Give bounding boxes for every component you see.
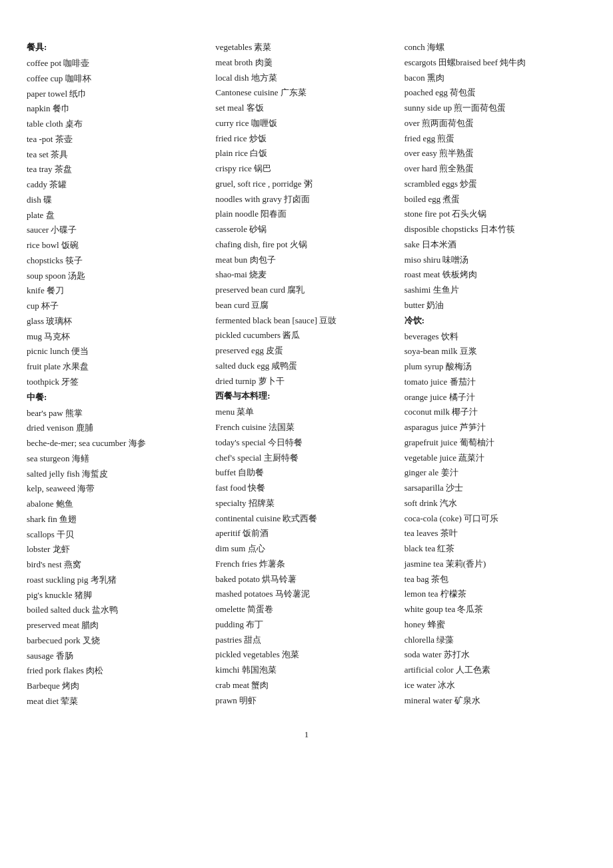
list-item: picnic lunch 便当 — [27, 344, 209, 359]
list-item: cup 杯子 — [27, 299, 209, 314]
list-item: soya-bean milk 豆浆 — [404, 344, 586, 359]
list-item: bean curd 豆腐 — [215, 298, 397, 313]
list-item: saucer 小碟子 — [27, 223, 209, 238]
list-item: local dish 地方菜 — [215, 71, 397, 86]
column-0: 餐具:coffee pot 咖啡壶coffee cup 咖啡杯paper tow… — [27, 40, 215, 709]
list-item: mug 马克杯 — [27, 329, 209, 345]
list-item: over hard 煎全熟蛋 — [404, 161, 586, 177]
list-item: fried rice 炒饭 — [215, 131, 397, 147]
list-item: ginger ale 姜汁 — [404, 465, 586, 481]
list-item: tea leaves 茶叶 — [404, 526, 586, 541]
list-item: pig's knuckle 猪脚 — [27, 588, 209, 603]
list-item: sashimi 生鱼片 — [404, 283, 586, 298]
list-item: salted duck egg 咸鸭蛋 — [215, 359, 397, 374]
list-item: today's special 今日特餐 — [215, 435, 397, 451]
column-2: conch 海螺escargots 田螺braised beef 炖牛肉baco… — [404, 40, 586, 708]
list-item: tea -pot 茶壶 — [27, 132, 209, 147]
list-item: sunny side up 煎一面荷包蛋 — [404, 101, 586, 116]
list-item: Cantonese cuisine 广东菜 — [215, 85, 397, 101]
list-item: fast food 快餐 — [215, 481, 397, 496]
list-item: dried turnip 萝卜干 — [215, 374, 397, 389]
column-1: vegetables 素菜meat broth 肉羹local dish 地方菜… — [215, 40, 404, 708]
list-item: dish 碟 — [27, 193, 209, 208]
list-item: over 煎两面荷包蛋 — [404, 116, 586, 131]
list-item: rice bowl 饭碗 — [27, 238, 209, 253]
section-header-1-1: 西餐与本料理: — [215, 390, 397, 402]
list-item: table cloth 桌布 — [27, 117, 209, 132]
list-item: aperitif 饭前酒 — [215, 526, 397, 541]
list-item: shark fin 鱼翅 — [27, 512, 209, 527]
list-item: stone fire pot 石头火锅 — [404, 207, 586, 222]
list-item: curry rice 咖喱饭 — [215, 116, 397, 131]
list-item: knife 餐刀 — [27, 283, 209, 299]
list-item: beche-de-mer; sea cucumber 海参 — [27, 436, 209, 451]
list-item: kelp, seaweed 海带 — [27, 481, 209, 497]
list-item: boiled egg 煮蛋 — [404, 192, 586, 207]
list-item: scrambled eggs 炒蛋 — [404, 177, 586, 192]
list-item: sarsaparilla 沙士 — [404, 481, 586, 496]
list-item: boiled salted duck 盐水鸭 — [27, 603, 209, 618]
list-item: preserved meat 腊肉 — [27, 618, 209, 633]
list-item: coffee pot 咖啡壶 — [27, 56, 209, 71]
page: 餐具:coffee pot 咖啡壶coffee cup 咖啡杯paper tow… — [27, 40, 586, 740]
list-item: sea sturgeon 海鳝 — [27, 451, 209, 467]
list-item: pudding 布丁 — [215, 617, 397, 633]
list-item: mashed potatoes 马铃薯泥 — [215, 587, 397, 602]
list-item: casserole 砂锅 — [215, 222, 397, 237]
list-item: plum syrup 酸梅汤 — [404, 359, 586, 375]
page-number: 1 — [27, 729, 586, 740]
list-item: preserved bean curd 腐乳 — [215, 283, 397, 298]
section-header-0-1: 中餐: — [27, 391, 209, 403]
list-item: fried egg 煎蛋 — [404, 131, 586, 147]
list-item: fried pork flakes 肉松 — [27, 663, 209, 679]
list-item: shao-mai 烧麦 — [215, 267, 397, 283]
list-item: fruit plate 水果盘 — [27, 359, 209, 375]
list-item: poached egg 荷包蛋 — [404, 85, 586, 101]
list-item: noodles with gravy 打卤面 — [215, 192, 397, 207]
list-item: sausage 香肠 — [27, 649, 209, 664]
list-item: buffet 自助餐 — [215, 465, 397, 481]
list-item: plain noodle 阳春面 — [215, 207, 397, 222]
list-item: orange juice 橘子汁 — [404, 390, 586, 405]
list-item: kimchi 韩国泡菜 — [215, 663, 397, 678]
list-item: prawn 明虾 — [215, 693, 397, 709]
list-item: crab meat 蟹肉 — [215, 678, 397, 693]
list-item: napkin 餐巾 — [27, 101, 209, 117]
list-item: abalone 鲍鱼 — [27, 497, 209, 512]
list-item: scallops 干贝 — [27, 527, 209, 543]
list-item: chlorella 绿藻 — [404, 633, 586, 648]
list-item: preserved egg 皮蛋 — [215, 343, 397, 359]
list-item: bacon 熏肉 — [404, 71, 586, 86]
list-item: chef's special 主厨特餐 — [215, 451, 397, 466]
list-item: over easy 煎半熟蛋 — [404, 146, 586, 161]
list-item: plain rice 白饭 — [215, 146, 397, 161]
list-item: French fries 炸薯条 — [215, 557, 397, 572]
list-item: crispy rice 锅巴 — [215, 161, 397, 177]
list-item: black tea 红茶 — [404, 541, 586, 557]
list-item: meat diet 荤菜 — [27, 694, 209, 709]
list-item: pastries 甜点 — [215, 633, 397, 648]
list-item: soup spoon 汤匙 — [27, 269, 209, 284]
list-item: white goup tea 冬瓜茶 — [404, 602, 586, 617]
list-item: artificial color 人工色素 — [404, 663, 586, 678]
list-item: menu 菜单 — [215, 405, 397, 420]
list-item: salted jelly fish 海蜇皮 — [27, 467, 209, 482]
list-item: escargots 田螺braised beef 炖牛肉 — [404, 55, 586, 71]
list-item: bear's paw 熊掌 — [27, 406, 209, 421]
list-item: coca-cola (coke) 可口可乐 — [404, 511, 586, 527]
list-item: paper towel 纸巾 — [27, 87, 209, 102]
list-item: caddy 茶罐 — [27, 177, 209, 193]
list-item: disposible chopsticks 日本竹筷 — [404, 222, 586, 237]
list-item: jasmine tea 茉莉(香片) — [404, 557, 586, 572]
list-item: Barbeque 烤肉 — [27, 679, 209, 694]
list-item: roast suckling pig 考乳猪 — [27, 573, 209, 588]
list-item: miso shiru 味噌汤 — [404, 253, 586, 268]
list-item: coconut milk 椰子汁 — [404, 405, 586, 420]
list-item: soft drink 汽水 — [404, 496, 586, 511]
list-item: ice water 冰水 — [404, 678, 586, 693]
list-item: dried venison 鹿脯 — [27, 421, 209, 436]
list-item: lemon tea 柠檬茶 — [404, 587, 586, 602]
list-item: chopsticks 筷子 — [27, 253, 209, 269]
list-item: dim sum 点心 — [215, 541, 397, 557]
list-item: butter 奶油 — [404, 298, 586, 313]
